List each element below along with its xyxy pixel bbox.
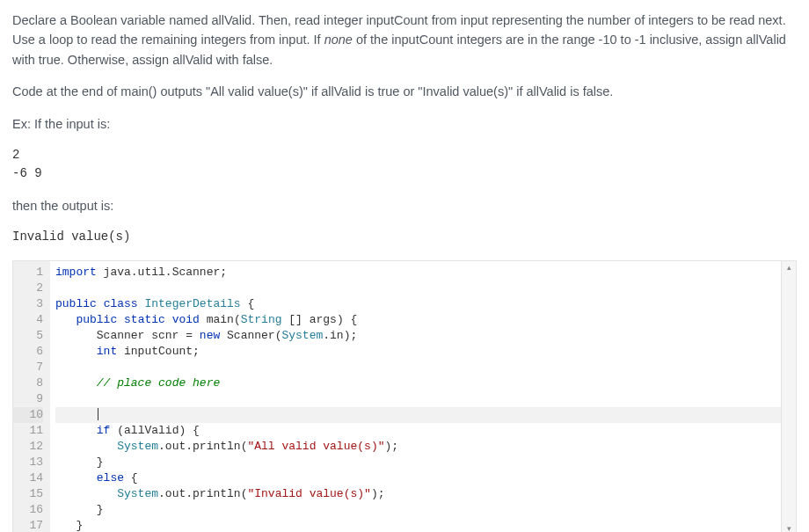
text-cursor [98,408,98,420]
scroll-up-arrow-icon[interactable]: ▴ [782,261,796,276]
line-number: 14 [13,470,43,486]
code-line[interactable]: } [55,518,796,532]
code-line[interactable]: // place code here [55,375,796,391]
line-number: 15 [13,486,43,502]
code-line[interactable]: int inputCount; [55,344,796,360]
problem-paragraph-2: Code at the end of main() outputs "All v… [12,82,797,101]
line-number: 13 [13,455,43,470]
code-line[interactable]: Scanner scnr = new Scanner(System.in); [55,328,796,344]
line-number: 5 [13,328,43,344]
scroll-track[interactable] [782,276,796,522]
code-line[interactable]: System.out.println("Invalid value(s)"); [55,486,796,502]
line-number: 12 [13,439,43,455]
code-area[interactable]: import java.util.Scanner;public class In… [50,261,796,532]
example-output-block: Invalid value(s) [12,228,797,245]
example-input-block: 2 -6 9 [12,146,797,182]
line-number-gutter: 1234567891011121314151617 [13,261,50,532]
line-number: 11 [13,423,43,439]
example-output-label: then the output is: [12,196,797,215]
code-line[interactable]: import java.util.Scanner; [55,265,796,281]
line-number: 8 [13,375,43,391]
code-line[interactable]: else { [55,470,796,486]
line-number: 6 [13,344,43,360]
line-number: 3 [13,296,43,312]
line-number: 16 [13,502,43,518]
problem-none-emph: none [324,33,353,47]
code-line[interactable]: public class IntegerDetails { [55,296,796,312]
code-line[interactable] [55,360,796,375]
editor-scrollbar[interactable]: ▴ ▾ [781,261,796,532]
line-number: 10 [13,407,43,423]
line-number: 9 [13,391,43,407]
code-line[interactable]: if (allValid) { [55,423,796,439]
problem-paragraph-1: Declare a Boolean variable named allVali… [12,11,797,69]
line-number: 2 [13,281,43,296]
code-editor[interactable]: 1234567891011121314151617 import java.ut… [12,260,797,532]
line-number: 7 [13,360,43,375]
code-line[interactable]: System.out.println("All valid value(s)")… [55,439,796,455]
code-line[interactable] [55,407,796,423]
code-line[interactable]: public static void main(String [] args) … [55,312,796,328]
line-number: 1 [13,265,43,281]
code-line[interactable] [55,281,796,296]
line-number: 4 [13,312,43,328]
example-input-label: Ex: If the input is: [12,114,797,134]
code-line[interactable]: } [55,455,796,470]
code-line[interactable]: } [55,502,796,518]
scroll-down-arrow-icon[interactable]: ▾ [782,522,796,532]
code-line[interactable] [55,391,796,407]
line-number: 17 [13,518,43,532]
